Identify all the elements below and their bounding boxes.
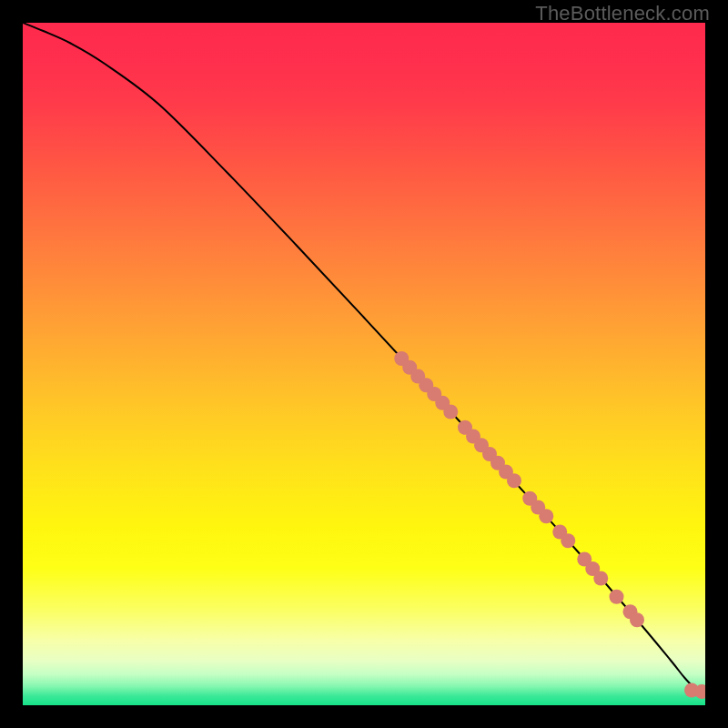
data-marker <box>507 473 521 488</box>
chart-stage: TheBottleneck.com <box>0 0 728 728</box>
data-marker <box>610 590 624 604</box>
chart-svg <box>23 23 705 705</box>
data-marker <box>561 533 575 548</box>
data-marker <box>630 612 644 627</box>
plot-area <box>23 23 705 705</box>
data-marker <box>539 509 553 523</box>
data-marker <box>443 405 458 420</box>
data-marker <box>593 571 608 586</box>
gradient-background <box>23 23 705 705</box>
